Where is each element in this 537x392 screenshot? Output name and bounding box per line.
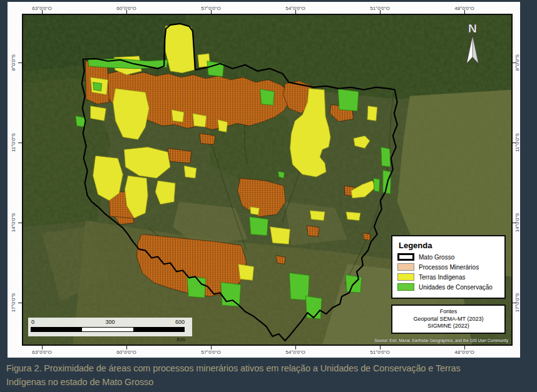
sources-line: SIGMINE (2022) <box>394 323 503 330</box>
legend-item-unidades-conservacao: Unidades de Conservação <box>397 283 499 291</box>
longitude-label: 54°0'0"O <box>285 6 305 11</box>
caption-line-1: Figura 2. Proximidade de áreas com proce… <box>6 362 532 376</box>
scale-unit: Km <box>177 336 186 343</box>
legend-item-terras-indigenas: Terras Indígenas <box>397 273 499 281</box>
longitude-label: 63°0'0"O <box>32 349 52 355</box>
sources-title: Fontes <box>394 308 503 316</box>
scale-segment <box>133 328 184 331</box>
latitude-label: 17°0'0"S <box>11 293 16 313</box>
scale-end: 600 <box>175 319 185 325</box>
latitude-label: 17°0'0"S <box>514 293 520 313</box>
caption-line-2: Indígenas no estado de Mato Grosso <box>6 376 532 389</box>
latitude-label: 11°0'0"S <box>514 133 520 152</box>
longitude-label: 51°0'0"O <box>370 6 390 11</box>
scale-middle: 300 <box>105 319 115 325</box>
legend-swatch-terras-indigenas <box>397 273 414 281</box>
legend-item-mato-grosso: Mato Grosso <box>397 253 499 261</box>
scale-bar-numbers: 0 300 600 <box>31 319 190 326</box>
north-arrow-shade <box>473 35 479 64</box>
longitude-label: 48°0'0"O <box>454 349 474 355</box>
north-arrow: N <box>461 20 484 70</box>
scale-segment <box>82 328 133 331</box>
figure-caption: Figura 2. Proximidade de áreas com proce… <box>6 362 532 389</box>
legend-label: Unidades de Conservação <box>419 284 493 291</box>
legend-swatch-processos-minerarios <box>397 263 414 271</box>
legend-label: Terras Indígenas <box>419 274 466 281</box>
figure-container: 63°0'0"O 60°0'0"O 57°0'0"O 54°0'0"O 51°0… <box>0 0 537 392</box>
longitude-label: 57°0'0"O <box>201 6 221 11</box>
longitude-label: 57°0'0"O <box>201 349 221 355</box>
latitude-label: 8°0'0"S <box>11 54 16 71</box>
scale-segment <box>31 328 82 331</box>
longitude-label: 51°0'0"O <box>370 349 390 355</box>
north-arrow-label: N <box>468 22 477 35</box>
longitude-label: 60°0'0"O <box>116 6 136 11</box>
sources-box: Fontes Geoportal SEMA-MT (2023) SIGMINE … <box>391 304 506 334</box>
sources-line: Geoportal SEMA-MT (2023) <box>394 316 503 323</box>
legend-item-processos-minerarios: Processos Minerários <box>397 263 499 271</box>
scale-bar: 0 300 600 Km <box>28 318 192 336</box>
latitude-label: 14°0'0"S <box>514 213 520 233</box>
basemap-attribution: Source: Esri, Maxar, Earthstar Geographi… <box>374 338 508 343</box>
latitude-label: 8°0'0"S <box>514 54 520 71</box>
legend-swatch-mato-grosso <box>397 253 414 261</box>
latitude-label: 14°0'0"S <box>11 213 16 233</box>
longitude-label: 54°0'0"O <box>285 349 305 355</box>
longitude-label: 60°0'0"O <box>116 349 136 355</box>
legend: Legenda Mato Grosso Processos Minerários… <box>391 235 506 299</box>
legend-label: Processos Minerários <box>419 264 479 271</box>
legend-swatch-unidades-conservacao <box>397 283 414 291</box>
legend-label: Mato Grosso <box>419 254 454 261</box>
legend-title: Legenda <box>399 241 499 250</box>
longitude-label: 63°0'0"O <box>32 6 52 11</box>
map-sheet: 63°0'0"O 60°0'0"O 57°0'0"O 54°0'0"O 51°0… <box>8 2 520 358</box>
scale-bar-segments: Km <box>31 327 185 332</box>
longitude-label: 48°0'0"O <box>454 6 474 11</box>
latitude-label: 11°0'0"S <box>11 133 16 152</box>
map-frame: N Legenda Mato Grosso Processos Minerári… <box>22 14 513 346</box>
scale-zero: 0 <box>31 319 34 325</box>
